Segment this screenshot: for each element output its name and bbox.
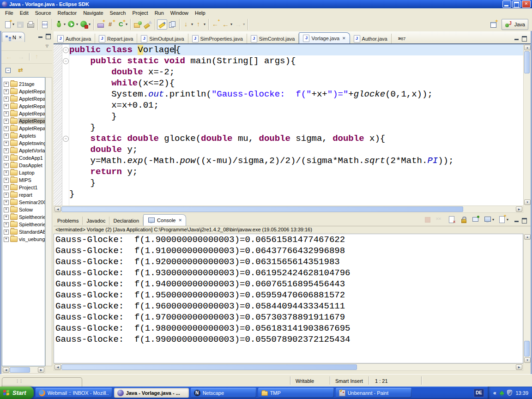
menu-item-help[interactable]: Help	[192, 9, 209, 17]
menu-item-project[interactable]: Project	[129, 9, 151, 17]
tree-item[interactable]: +21tage	[2, 80, 45, 88]
scroll-up-icon[interactable]: ▲	[524, 234, 531, 240]
scroll-down-icon[interactable]: ▼	[524, 357, 531, 363]
expand-icon[interactable]: +	[4, 200, 9, 205]
expand-icon[interactable]: +	[4, 141, 9, 146]
console-view-tab-console[interactable]: Console✕	[143, 214, 186, 226]
expand-icon[interactable]: +	[4, 104, 9, 109]
tree-item[interactable]: +AppletVorlag	[2, 147, 45, 154]
console-vertical-scrollbar[interactable]: ▲ ▼	[523, 234, 531, 363]
tree-item[interactable]: +Seminar2006	[2, 199, 45, 206]
scroll-left-icon[interactable]: ◀	[54, 206, 61, 212]
shield-tray-icon[interactable]	[507, 390, 512, 396]
print-button[interactable]	[25, 19, 36, 30]
taskbar-task-paint[interactable]: Unbenannt - Paint	[336, 388, 411, 398]
start-button[interactable]: Start	[0, 387, 34, 399]
expand-icon[interactable]: +	[4, 237, 9, 242]
navigator-horizontal-scrollbar[interactable]: ◀ ▶	[2, 366, 45, 374]
scrollbar-thumb[interactable]	[61, 206, 463, 212]
tray-collapse-icon[interactable]: «	[493, 390, 496, 396]
code-editor[interactable]: −−− public class Vorlage{ public static …	[54, 44, 531, 206]
maximize-editor-button[interactable]	[520, 35, 528, 42]
scroll-lock-button[interactable]	[459, 214, 469, 224]
expand-icon[interactable]: +	[4, 178, 9, 183]
fold-collapse-icon[interactable]: −	[63, 58, 69, 64]
copy-button[interactable]	[167, 19, 177, 30]
tree-item[interactable]: +vis_uebung	[2, 236, 45, 243]
editor-tab-repart-java[interactable]: JRepart.java	[95, 34, 137, 43]
open-perspective-button[interactable]	[489, 19, 499, 30]
back-dropdown-icon[interactable]: ▾	[230, 22, 232, 26]
tree-item[interactable]: +DasApplet	[2, 162, 45, 169]
previous-annotation-button[interactable]: ▾	[194, 19, 206, 30]
menu-item-file[interactable]: File	[2, 9, 17, 17]
editor-tab-simoutput-java[interactable]: JSimOutput.java	[137, 34, 188, 43]
scroll-right-icon[interactable]: ▶	[516, 364, 522, 370]
tree-item[interactable]: +Spieltheoriea	[2, 221, 45, 228]
scroll-right-icon[interactable]: ▶	[516, 206, 522, 212]
search-button[interactable]	[143, 19, 153, 30]
tree-item[interactable]: +Project1	[2, 184, 45, 191]
open-console-button[interactable]: ▾	[497, 214, 509, 224]
expand-icon[interactable]: +	[4, 222, 9, 227]
taskbar-task-eclipse[interactable]: Java - Vorlage.java - ...	[114, 388, 189, 398]
expand-icon[interactable]: +	[4, 97, 9, 102]
expand-icon[interactable]: +	[4, 133, 9, 139]
scrollbar-thumb[interactable]	[61, 364, 357, 370]
minimize-view-button[interactable]	[37, 33, 44, 39]
class-file-button[interactable]	[40, 19, 50, 30]
external-tools-dropdown-icon[interactable]: ▾	[89, 22, 91, 26]
expand-icon[interactable]: +	[4, 82, 9, 87]
previous-annotation-dropdown-icon[interactable]: ▾	[204, 22, 206, 26]
language-indicator[interactable]: DE	[474, 389, 484, 397]
maximize-console-button[interactable]	[520, 217, 528, 224]
expand-icon[interactable]: +	[4, 207, 9, 212]
menu-item-window[interactable]: Window	[167, 9, 192, 17]
tab-overflow-chevron[interactable]: »87	[398, 35, 406, 42]
editor-tab-simcontrol-java[interactable]: JSimControl.java	[247, 34, 299, 43]
debug-dropdown-icon[interactable]: ▾	[64, 22, 66, 26]
editor-tab-simproperties-java[interactable]: JSimProperties.java	[188, 34, 247, 43]
scroll-left-icon[interactable]: ◀	[54, 364, 61, 370]
scroll-down-icon[interactable]: ▼	[524, 200, 531, 205]
tree-item[interactable]: +Laptop	[2, 169, 45, 176]
close-view-icon[interactable]: ✕	[18, 35, 22, 40]
console-view-tab-javadoc[interactable]: Javadoc	[83, 217, 109, 225]
collapse-all-button[interactable]	[4, 65, 14, 75]
run-button[interactable]: ▾	[66, 19, 79, 30]
taskbar-task-folder[interactable]: TMP	[258, 388, 334, 398]
expand-icon[interactable]: +	[4, 119, 9, 124]
expand-icon[interactable]: +	[4, 163, 9, 168]
tree-item[interactable]: +AppletRepar	[2, 125, 45, 132]
code-text[interactable]: public class Vorlage{ public static void…	[69, 44, 523, 206]
scroll-left-icon[interactable]: ◀	[3, 367, 9, 373]
editor-tab-author-java[interactable]: JAuthor.java	[350, 34, 392, 43]
expand-icon[interactable]: +	[4, 148, 9, 153]
menu-item-refactor[interactable]: Refactor	[54, 9, 80, 17]
tree-item[interactable]: +AppletRepar	[2, 95, 45, 103]
navigator-vertical-scrollbar[interactable]	[45, 77, 52, 366]
expand-icon[interactable]: +	[4, 193, 9, 198]
navigator-tree[interactable]: +21tage+AppletRepar+AppletRepar+AppletRe…	[2, 77, 45, 366]
run-dropdown-icon[interactable]: ▾	[76, 22, 78, 26]
expand-icon[interactable]: +	[4, 126, 9, 131]
close-window-button[interactable]: ✕	[522, 0, 531, 8]
display-selected-console-button[interactable]: ▾	[483, 214, 495, 224]
taskbar-task-firefox[interactable]: Webmail :: INBOX - Mozill...	[36, 388, 112, 398]
forward-dropdown-icon[interactable]: ▾	[243, 22, 245, 26]
expand-icon[interactable]: +	[4, 156, 9, 161]
tree-item[interactable]: +Spieltheorie4	[2, 213, 45, 221]
tree-item[interactable]: +AppletRepar	[2, 117, 45, 125]
console-view-tab-declaration[interactable]: Declaration	[109, 217, 143, 225]
last-edit-location-button[interactable]	[211, 19, 221, 30]
menu-item-run[interactable]: Run	[151, 9, 167, 17]
expand-icon[interactable]: +	[4, 230, 9, 235]
maximize-view-button[interactable]	[44, 33, 52, 39]
display-selected-console-dropdown-icon[interactable]: ▾	[492, 218, 494, 222]
tree-item[interactable]: +MIPS	[2, 176, 45, 184]
tree-item[interactable]: +Appletswing	[2, 139, 45, 147]
expand-icon[interactable]: +	[4, 111, 9, 116]
menu-item-search[interactable]: Search	[107, 9, 129, 17]
tree-item[interactable]: +AppletRepar	[2, 103, 45, 110]
taskbar-task-netscape[interactable]: NNetscape	[191, 388, 256, 398]
